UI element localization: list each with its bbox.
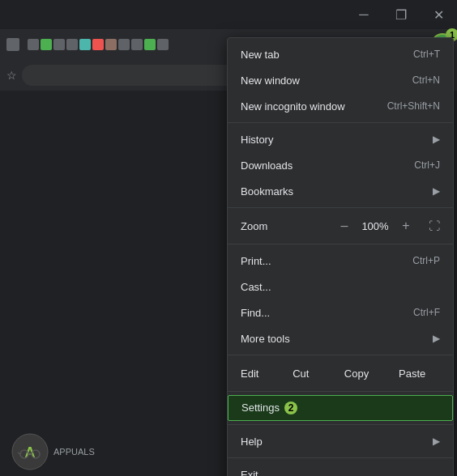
window-controls: ─ ❐ ✕ [345, 0, 457, 29]
menu-item-new-tab[interactable]: New tabCtrl+T [228, 41, 453, 67]
menu-item-label: Exit [241, 469, 440, 477]
menu-item-cast---[interactable]: Cast... [228, 274, 453, 300]
menu-item-print---[interactable]: Print...Ctrl+P [228, 248, 453, 274]
tab-color-indicator [92, 39, 104, 50]
paste-button[interactable]: Paste [384, 364, 440, 383]
zoom-row: Zoom – 100% + ⛶ [228, 211, 453, 240]
tab-color-indicator [79, 39, 91, 50]
copy-button[interactable]: Copy [329, 364, 385, 383]
zoom-in-button[interactable]: + [396, 216, 416, 236]
menu-item-history[interactable]: History▶ [228, 126, 453, 152]
zoom-label: Zoom [241, 220, 335, 232]
menu-item-label: Settings2 [241, 402, 439, 415]
menu-divider [228, 122, 453, 123]
menu-divider [228, 391, 453, 392]
edit-label: Edit [241, 368, 273, 380]
menu-item-label: New tab [241, 49, 413, 61]
menu-item-label: Print... [241, 255, 412, 267]
tab-color-indicator [53, 39, 65, 50]
menu-item-label: New window [241, 74, 412, 87]
menu-item-label: Bookmarks [241, 185, 426, 198]
menu-item-shortcut: Ctrl+F [413, 307, 440, 318]
menu-divider [228, 355, 453, 355]
tab-color-indicator [66, 39, 78, 50]
submenu-arrow-icon: ▶ [433, 333, 440, 344]
menu-item-new-window[interactable]: New windowCtrl+N [228, 67, 453, 93]
menu-item-shortcut: Ctrl+N [412, 74, 440, 86]
tab-color-indicator [131, 39, 143, 50]
context-menu: New tabCtrl+TNew windowCtrl+NNew incogni… [227, 37, 454, 476]
menu-divider [228, 424, 453, 425]
footer-brand: APPUALS [53, 447, 95, 457]
menu-item-help[interactable]: Help▶ [228, 428, 453, 454]
menu-item-exit[interactable]: Exit [228, 461, 453, 476]
submenu-arrow-icon: ▶ [433, 185, 440, 197]
cut-button[interactable]: Cut [273, 364, 329, 383]
menu-item-shortcut: Ctrl+T [413, 49, 440, 60]
tab-color-indicator [41, 39, 52, 50]
menu-item-bookmarks[interactable]: Bookmarks▶ [228, 178, 453, 204]
zoom-controls: – 100% + ⛶ [335, 216, 440, 236]
menu-divider [228, 207, 453, 208]
restore-button[interactable]: ❐ [382, 0, 420, 29]
close-button[interactable]: ✕ [420, 0, 457, 29]
menu-item-label: More tools [241, 333, 426, 345]
appuals-logo: A [10, 431, 50, 472]
menu-item-downloads[interactable]: DownloadsCtrl+J [228, 152, 453, 178]
edit-row: Edit Cut Copy Paste [228, 359, 453, 388]
menu-item-shortcut: Ctrl+P [412, 255, 440, 266]
menu-item-shortcut: Ctrl+Shift+N [387, 100, 440, 112]
zoom-value: 100% [361, 220, 390, 232]
tab-color-indicator [157, 39, 169, 50]
tab-color-indicator [28, 39, 39, 50]
menu-divider [228, 244, 453, 244]
menu-item-find---[interactable]: Find...Ctrl+F [228, 300, 453, 325]
menu-item-label: Cast... [241, 281, 440, 293]
menu-item-shortcut: Ctrl+J [414, 159, 440, 171]
tab-favicon [6, 38, 19, 51]
menu-item-more-tools[interactable]: More tools▶ [228, 325, 453, 351]
title-bar: ─ ❐ ✕ [0, 0, 457, 29]
menu-item-label: New incognito window [241, 100, 387, 113]
menu-item-settings[interactable]: Settings2 [228, 395, 453, 421]
tab-color-indicator [105, 39, 117, 50]
menu-item-label: Find... [241, 307, 413, 319]
menu-item-label: Downloads [241, 159, 414, 172]
submenu-arrow-icon: ▶ [433, 436, 440, 447]
zoom-out-button[interactable]: – [335, 216, 354, 236]
settings-badge: 2 [284, 402, 297, 414]
menu-item-new-incognito-window[interactable]: New incognito windowCtrl+Shift+N [228, 93, 453, 119]
fullscreen-button[interactable]: ⛶ [429, 219, 440, 232]
menu-item-label: History [241, 134, 426, 146]
menu-item-label: Help [241, 436, 426, 448]
tab-color-indicator [118, 39, 130, 50]
minimize-button[interactable]: ─ [345, 0, 382, 29]
color-strip [28, 39, 169, 50]
menu-divider [228, 457, 453, 458]
bookmark-icon: ☆ [6, 69, 17, 82]
submenu-arrow-icon: ▶ [433, 134, 440, 145]
tab-color-indicator [144, 39, 156, 50]
